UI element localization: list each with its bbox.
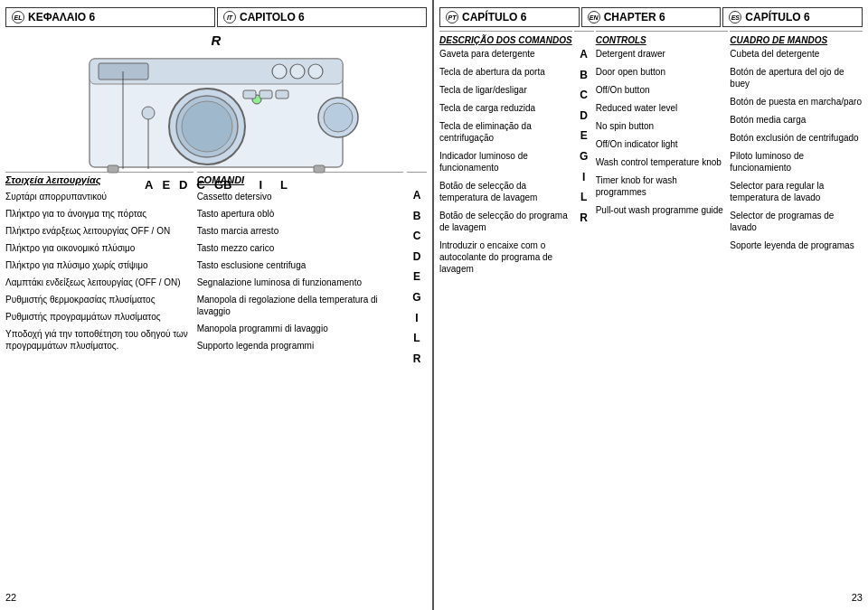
row-4-greek: Πλήκτρο για οικονομικό πλύσιμο bbox=[5, 242, 193, 254]
italian-col: COMANDI Cassetto detersivo Tasto apertur… bbox=[197, 172, 403, 588]
row-8-greek: Ρυθμιστής προγραμμάτων πλυσίματος bbox=[5, 311, 193, 323]
row-7-italian: Manopola di regolazione della temperatur… bbox=[197, 294, 403, 317]
chapter-es: ES CAPÍTULO 6 bbox=[722, 7, 863, 27]
letter-E: E bbox=[413, 270, 420, 285]
flag-es: ES bbox=[729, 11, 741, 23]
en-col: CONTROLS Detergent drawer Door open butt… bbox=[596, 31, 729, 588]
right-letter-B: B bbox=[580, 69, 588, 83]
right-letter-I: I bbox=[582, 171, 585, 185]
letter-D: D bbox=[413, 250, 421, 265]
row-6-greek: Λαμπτάκι ενδείξεως λειτουργίας (OFF / ON… bbox=[5, 277, 193, 288]
es-entry-6: Piloto luminoso de funcionamiento bbox=[730, 150, 863, 174]
row-2-italian: Tasto apertura oblò bbox=[197, 208, 403, 220]
svg-point-5 bbox=[182, 101, 232, 152]
r-label: R bbox=[5, 33, 427, 48]
pt-entry-2: Tecla de abertura da porta bbox=[439, 66, 572, 78]
pt-entry-7: Botão de selecção da temperatura de lava… bbox=[439, 180, 572, 203]
en-entry-3: Off/On button bbox=[596, 84, 729, 96]
chapter-es-label: CAPÍTULO 6 bbox=[745, 11, 809, 23]
pt-entry-5: Tecla de eliminação da centrifugação bbox=[439, 120, 572, 144]
chapter-it: IT CAPITOLO 6 bbox=[217, 7, 427, 27]
row-5-greek: Πλήκτρο για πλύσιμο χωρίς στίψιμο bbox=[5, 259, 193, 271]
svg-rect-14 bbox=[276, 90, 288, 99]
es-entry-9: Soporte leyenda de programas bbox=[730, 239, 863, 251]
right-letter-R: R bbox=[580, 211, 588, 226]
left-chapter-headers: EL ΚΕΦΑΛΑΙΟ 6 IT CAPITOLO 6 bbox=[5, 7, 427, 27]
right-page: PT CAPÍTULO 6 EN CHAPTER 6 ES CAPÍTULO 6 bbox=[434, 0, 868, 610]
row-9-italian: Supporto legenda programmi bbox=[197, 340, 403, 352]
right-chapter-headers: PT CAPÍTULO 6 EN CHAPTER 6 ES CAPÍTULO 6 bbox=[439, 7, 863, 27]
flag-pt: PT bbox=[446, 11, 458, 23]
row-1-greek: Συρτάρι απορρυπαντικού bbox=[5, 191, 193, 202]
pt-entry-4: Tecla de carga reduzida bbox=[439, 102, 572, 114]
row-5-italian: Tasto esclusione centrifuga bbox=[197, 259, 403, 271]
row-7-greek: Ρυθμιστής θερμοκρασίας πλυσίματος bbox=[5, 294, 193, 305]
left-page-number: 22 bbox=[5, 588, 427, 603]
letter-G: G bbox=[412, 291, 420, 305]
right-letter-G: G bbox=[580, 150, 588, 164]
row-6-italian: Segnalazione luminosa di funzionamento bbox=[197, 277, 403, 288]
chapter-en: EN CHAPTER 6 bbox=[581, 7, 722, 27]
letter-C: C bbox=[413, 230, 421, 244]
en-entry-9: Pull-out wash programme guide bbox=[596, 204, 729, 216]
es-entry-3: Botón de puesta en marcha/paro bbox=[730, 96, 863, 108]
row-2-greek: Πλήκτρο για το άνοιγμα της πόρτας bbox=[5, 208, 193, 220]
svg-rect-2 bbox=[99, 63, 148, 80]
es-entry-1: Cubeta del detergente bbox=[730, 48, 863, 60]
letter-B: B bbox=[413, 210, 421, 224]
es-entry-2: Botón de apertura del ojo de buey bbox=[730, 66, 863, 89]
left-page: EL ΚΕΦΑΛΑΙΟ 6 IT CAPITOLO 6 R bbox=[0, 0, 434, 610]
row-1-italian: Cassetto detersivo bbox=[197, 191, 403, 202]
pt-entry-8: Botão de selecção do programa de lavagem bbox=[439, 210, 572, 233]
es-entry-7: Selector para regular la temperatura de … bbox=[730, 180, 863, 203]
right-letter-C: C bbox=[580, 89, 588, 103]
en-entry-4: Reduced water level bbox=[596, 102, 729, 114]
letter-I: I bbox=[415, 312, 418, 326]
en-entry-7: Wash control temperature knob bbox=[596, 156, 729, 168]
en-entry-8: Timer knob for wash programmes bbox=[596, 174, 729, 198]
right-page-number: 23 bbox=[439, 588, 863, 603]
flag-it: IT bbox=[223, 11, 236, 23]
chapter-el-label: ΚΕΦΑΛΑΙΟ 6 bbox=[28, 11, 95, 23]
pt-col: DESCRIÇÃO DOS COMANDOS Gaveta para deter… bbox=[439, 31, 572, 588]
es-entry-4: Botón media carga bbox=[730, 114, 863, 126]
chapter-it-label: CAPITOLO 6 bbox=[240, 11, 305, 23]
svg-rect-13 bbox=[259, 90, 272, 99]
row-3-italian: Tasto marcia arresto bbox=[197, 225, 403, 237]
left-content: Στοιχεία λειτουργίας Συρτάρι απορρυπαντι… bbox=[5, 172, 427, 588]
right-letter-E: E bbox=[580, 129, 588, 144]
svg-rect-17 bbox=[314, 165, 325, 173]
letter-R: R bbox=[413, 352, 421, 367]
chapter-pt: PT CAPÍTULO 6 bbox=[439, 7, 580, 27]
machine-svg bbox=[62, 50, 370, 176]
row-8-italian: Manopola programmi di lavaggio bbox=[197, 323, 403, 334]
svg-rect-12 bbox=[243, 90, 256, 99]
pt-entry-6: Indicador luminoso de funcionamento bbox=[439, 150, 572, 174]
parts-labels: A E D C GB I L bbox=[5, 178, 427, 192]
right-letter-A: A bbox=[580, 48, 588, 62]
row-9-greek: Υποδοχή γιά την τοποθέτηση του οδηγού τω… bbox=[5, 328, 193, 352]
svg-rect-16 bbox=[108, 165, 118, 173]
es-col: CUADRO DE MANDOS Cubeta del detergente B… bbox=[730, 31, 863, 588]
letter-markers-right: A B C D E G I L R bbox=[574, 31, 594, 588]
es-entry-8: Selector de programas de lavado bbox=[730, 210, 863, 233]
en-entry-1: Detergent drawer bbox=[596, 48, 729, 60]
svg-point-15 bbox=[142, 107, 155, 119]
es-entry-5: Botón exclusión de centrifugado bbox=[730, 132, 863, 144]
pt-col-title: DESCRIÇÃO DOS COMANDOS bbox=[439, 35, 572, 45]
svg-point-10 bbox=[324, 103, 353, 132]
svg-point-7 bbox=[290, 64, 305, 79]
right-letter-L: L bbox=[580, 191, 587, 205]
chapter-en-label: CHAPTER 6 bbox=[604, 11, 665, 23]
en-entry-2: Door open button bbox=[596, 66, 729, 78]
es-col-title: CUADRO DE MANDOS bbox=[730, 35, 863, 45]
en-entry-5: No spin button bbox=[596, 120, 729, 132]
row-4-italian: Tasto mezzo carico bbox=[197, 242, 403, 254]
letter-markers-left: A B C D E G I L R bbox=[407, 172, 427, 588]
chapter-pt-label: CAPÍTULO 6 bbox=[462, 11, 526, 23]
diagram-area: R bbox=[5, 27, 427, 172]
right-letter-D: D bbox=[580, 109, 588, 124]
row-3-greek: Πλήκτρο ενάρξεως λειτουργίας OFF / ON bbox=[5, 225, 193, 237]
svg-point-8 bbox=[308, 64, 323, 79]
chapter-el: EL ΚΕΦΑΛΑΙΟ 6 bbox=[5, 7, 215, 27]
